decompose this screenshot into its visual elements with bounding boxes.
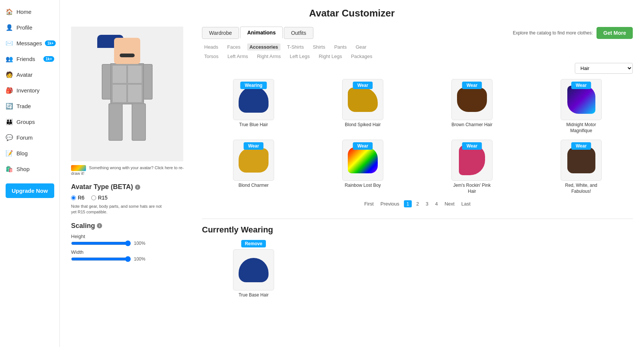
item-name-4: Blond Charmer bbox=[239, 183, 269, 189]
subcat-shirts[interactable]: Shirts bbox=[310, 43, 327, 51]
sidebar-item-trade[interactable]: 🔄 Trade bbox=[0, 98, 59, 114]
groups-icon: 👪 bbox=[5, 118, 13, 126]
sidebar-item-label: Trade bbox=[16, 103, 54, 109]
sidebar-item-blog[interactable]: 📝 Blog bbox=[0, 145, 59, 161]
subcat-right-legs[interactable]: Right Legs bbox=[316, 53, 344, 60]
sidebar-item-inventory[interactable]: 🎒 Inventory bbox=[0, 82, 59, 98]
sidebar-item-label: Groups bbox=[16, 119, 54, 125]
item-thumb-4: Wear bbox=[233, 140, 274, 181]
item-thumb-2: Wear bbox=[451, 79, 493, 120]
sidebar-item-label: Messages bbox=[16, 40, 42, 46]
content-area: Something wrong with your avatar? Click … bbox=[71, 27, 633, 298]
item-wear-btn-5[interactable]: Wear bbox=[353, 142, 372, 150]
blog-icon: 📝 bbox=[5, 149, 13, 157]
radio-r6-input[interactable] bbox=[71, 195, 76, 200]
cw-thumb-0 bbox=[233, 249, 274, 290]
page-previous[interactable]: Previous bbox=[378, 200, 402, 207]
item-thumb-3: Wear bbox=[561, 79, 602, 120]
sidebar-item-label: Friends bbox=[16, 56, 40, 62]
height-slider-row: Height 100% bbox=[71, 234, 191, 246]
width-slider[interactable] bbox=[71, 256, 131, 262]
page-last[interactable]: Last bbox=[459, 200, 473, 207]
subcat-faces[interactable]: Faces bbox=[225, 43, 243, 51]
page-2[interactable]: 2 bbox=[414, 200, 421, 207]
remove-btn-0[interactable]: Remove bbox=[241, 240, 266, 247]
sidebar-item-friends[interactable]: 👥 Friends 1k+ bbox=[0, 51, 59, 67]
page-1[interactable]: 1 bbox=[404, 200, 412, 207]
avatar-icon: 🧑 bbox=[5, 70, 13, 79]
hair-icon-midnight bbox=[567, 86, 595, 114]
friends-badge: 1k+ bbox=[43, 56, 54, 62]
radio-r15[interactable]: R15 bbox=[91, 195, 108, 201]
subcat-left-arms[interactable]: Left Arms bbox=[225, 53, 250, 60]
torso-block bbox=[112, 84, 127, 103]
page-4[interactable]: 4 bbox=[433, 200, 440, 207]
height-label: Height bbox=[71, 234, 191, 239]
item-card-7: Wear Red, White, and Fabulous! bbox=[530, 140, 633, 194]
upgrade-now-button[interactable]: Upgrade Now bbox=[6, 183, 54, 198]
avatar-preview bbox=[71, 27, 183, 161]
subcat-torsos[interactable]: Torsos bbox=[202, 53, 221, 60]
item-name-7: Red, White, and Fabulous! bbox=[560, 183, 603, 194]
subcat-tshirts[interactable]: T-Shirts bbox=[285, 43, 306, 51]
sidebar-item-forum[interactable]: 💬 Forum bbox=[0, 130, 59, 145]
hair-icon-brown bbox=[457, 88, 487, 112]
height-slider[interactable] bbox=[71, 240, 131, 246]
tab-wardrobe[interactable]: Wardrobe bbox=[202, 27, 239, 39]
subcat-left-legs[interactable]: Left Legs bbox=[288, 53, 312, 60]
item-name-3: Midnight Motor Magnifique bbox=[560, 122, 603, 134]
sidebar-item-groups[interactable]: 👪 Groups bbox=[0, 114, 59, 130]
sidebar-item-shop[interactable]: 🛍️ Shop bbox=[0, 161, 59, 177]
sidebar-item-label: Blog bbox=[16, 150, 54, 156]
tab-outfits[interactable]: Outfits bbox=[284, 27, 313, 39]
item-name-0: True Blue Hair bbox=[239, 122, 268, 128]
item-wear-btn-1[interactable]: Wear bbox=[353, 82, 372, 89]
currently-wearing-title: Currently Wearing bbox=[202, 225, 633, 235]
subcat-packages[interactable]: Packages bbox=[349, 53, 374, 60]
sidebar-item-label: Inventory bbox=[16, 87, 54, 94]
item-thumb-7: Wear bbox=[561, 140, 602, 181]
sidebar-item-avatar[interactable]: 🧑 Avatar bbox=[0, 67, 59, 82]
page-first[interactable]: First bbox=[362, 200, 376, 207]
shop-icon: 🛍️ bbox=[5, 165, 13, 173]
subcat-heads[interactable]: Heads bbox=[202, 43, 221, 51]
radio-r15-input[interactable] bbox=[91, 195, 96, 200]
item-card-0: Wearing True Blue Hair bbox=[202, 79, 305, 134]
item-wear-btn-6[interactable]: Wear bbox=[462, 142, 482, 150]
profile-icon: 👤 bbox=[5, 23, 13, 31]
category-dropdown[interactable]: Hair Hat Face Accessory Neck Shoulder Fr… bbox=[575, 63, 633, 74]
radio-r6[interactable]: R6 bbox=[71, 195, 85, 201]
sidebar-item-label: Shop bbox=[16, 166, 54, 172]
sidebar-item-label: Profile bbox=[16, 24, 54, 31]
friends-icon: 👥 bbox=[5, 55, 13, 63]
sidebar-item-messages[interactable]: ✉️ Messages 1k+ bbox=[0, 35, 59, 51]
avatar-redraw-text: Something wrong with your avatar? Click … bbox=[71, 165, 184, 176]
height-value: 100% bbox=[134, 241, 145, 246]
pagination: First Previous 1 2 3 4 Next Last bbox=[202, 200, 633, 207]
item-wear-btn-4[interactable]: Wear bbox=[243, 142, 263, 150]
item-wear-btn-0[interactable]: Wearing bbox=[240, 82, 267, 89]
avatar-panel: Something wrong with your avatar? Click … bbox=[71, 27, 191, 298]
avatar-redraw-section[interactable]: Something wrong with your avatar? Click … bbox=[71, 165, 191, 176]
width-slider-row: Width 100% bbox=[71, 249, 191, 262]
messages-badge: 1k+ bbox=[45, 40, 56, 46]
page-3[interactable]: 3 bbox=[423, 200, 430, 207]
subcat-right-arms[interactable]: Right Arms bbox=[255, 53, 283, 60]
sidebar-item-profile[interactable]: 👤 Profile bbox=[0, 19, 59, 35]
sidebar-item-label: Home bbox=[16, 9, 54, 15]
sidebar-item-home[interactable]: 🏠 Home bbox=[0, 4, 59, 19]
page-title: Avatar Customizer bbox=[71, 7, 633, 19]
tab-animations[interactable]: Animations bbox=[240, 27, 283, 39]
inventory-icon: 🎒 bbox=[5, 86, 13, 94]
item-wear-btn-7[interactable]: Wear bbox=[571, 142, 591, 150]
item-wear-btn-2[interactable]: Wear bbox=[462, 82, 482, 89]
subcategory-row1: Heads Faces Accessories T-Shirts Shirts … bbox=[202, 43, 633, 51]
subcat-pants[interactable]: Pants bbox=[332, 43, 349, 51]
item-wear-btn-3[interactable]: Wear bbox=[571, 82, 591, 89]
page-next[interactable]: Next bbox=[442, 200, 457, 207]
subcat-gear[interactable]: Gear bbox=[353, 43, 369, 51]
get-more-button[interactable]: Get More bbox=[597, 27, 633, 39]
item-thumb-0: Wearing bbox=[233, 79, 274, 120]
home-icon: 🏠 bbox=[5, 7, 13, 16]
subcat-accessories[interactable]: Accessories bbox=[247, 43, 280, 51]
